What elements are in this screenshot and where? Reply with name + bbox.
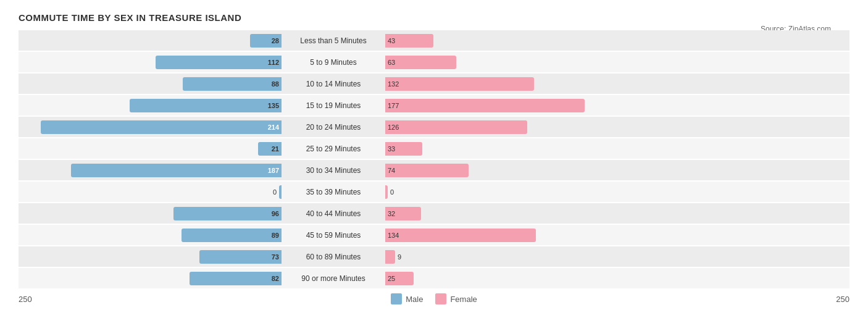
bar-female-label: 132 bbox=[388, 80, 399, 88]
bar-left-container: 73 bbox=[19, 246, 284, 267]
bar-left-container: 135 bbox=[19, 95, 284, 115]
bar-male: 82 bbox=[190, 272, 282, 285]
chart-row: 8810 to 14 Minutes132 bbox=[19, 73, 849, 94]
chart-row: 2125 to 29 Minutes33 bbox=[19, 138, 849, 159]
bar-right-container: 177 bbox=[383, 95, 648, 115]
row-label: 90 or more Minutes bbox=[284, 274, 383, 283]
bar-male-label: 82 bbox=[272, 275, 279, 282]
bar-female-label: 126 bbox=[388, 124, 399, 131]
bar-female: 126 bbox=[385, 120, 527, 134]
bar-right-container: 134 bbox=[383, 225, 648, 245]
bar-male: 187 bbox=[71, 164, 282, 177]
bar-left-container: 187 bbox=[19, 160, 284, 180]
chart-row: 21420 to 24 Minutes126 bbox=[19, 117, 849, 137]
bar-female-label: 43 bbox=[388, 37, 395, 44]
bar-female: 177 bbox=[385, 99, 585, 112]
chart-row: 1125 to 9 Minutes63 bbox=[19, 52, 849, 72]
bar-right-container: 74 bbox=[383, 160, 648, 180]
row-label: 40 to 44 Minutes bbox=[284, 209, 383, 218]
legend-male-box bbox=[391, 293, 402, 304]
footer-right-scale: 250 bbox=[812, 295, 849, 304]
bar-female-label: 74 bbox=[388, 167, 395, 174]
legend-female-label: Female bbox=[450, 295, 477, 304]
bar-female: 25 bbox=[385, 272, 414, 285]
bar-left-container: 82 bbox=[19, 268, 284, 288]
bar-female bbox=[385, 250, 395, 264]
bar-male: 96 bbox=[173, 207, 282, 220]
row-label: 10 to 14 Minutes bbox=[284, 80, 383, 88]
bar-female-label: 32 bbox=[388, 210, 395, 217]
bar-female-label: 177 bbox=[388, 102, 399, 109]
bar-right-container: 9 bbox=[383, 246, 648, 267]
row-label: 45 to 59 Minutes bbox=[284, 231, 383, 240]
chart-row: 28Less than 5 Minutes43 bbox=[19, 30, 849, 51]
bar-right-container: 33 bbox=[383, 138, 648, 159]
bar-male-label: 88 bbox=[272, 80, 279, 88]
row-label: 25 to 29 Minutes bbox=[284, 145, 383, 153]
bar-female: 134 bbox=[385, 229, 536, 242]
bar-right-container: 63 bbox=[383, 52, 648, 72]
footer-left-scale: 250 bbox=[19, 295, 56, 304]
bar-female-label: 25 bbox=[388, 275, 395, 282]
bar-male-label: 112 bbox=[268, 59, 279, 66]
bar-female-label: 0 bbox=[390, 188, 394, 196]
bar-left-container: 112 bbox=[19, 52, 284, 72]
bar-right-container: 0 bbox=[383, 182, 648, 202]
chart-legend: Male Female bbox=[56, 293, 812, 304]
legend-female-box bbox=[435, 293, 446, 304]
chart-footer: 250 Male Female 250 bbox=[19, 293, 849, 304]
bar-male: 214 bbox=[41, 120, 282, 134]
bar-left-container: 89 bbox=[19, 225, 284, 245]
row-label: 30 to 34 Minutes bbox=[284, 166, 383, 175]
bar-female-label: 134 bbox=[388, 232, 399, 239]
bar-right-container: 32 bbox=[383, 203, 648, 224]
chart-row: 8945 to 59 Minutes134 bbox=[19, 225, 849, 245]
bar-left-container: 21 bbox=[19, 138, 284, 159]
bar-male: 89 bbox=[182, 229, 282, 242]
bar-male bbox=[279, 185, 282, 199]
bar-male: 112 bbox=[156, 56, 282, 69]
bar-female: 43 bbox=[385, 34, 433, 48]
row-label: 5 to 9 Minutes bbox=[284, 58, 383, 67]
bar-female-label: 63 bbox=[388, 59, 395, 66]
bar-male: 28 bbox=[250, 34, 282, 48]
bar-female-label: 9 bbox=[398, 253, 401, 261]
bar-left-container: 214 bbox=[19, 117, 284, 137]
legend-male-label: Male bbox=[406, 295, 423, 304]
bar-male-label: 73 bbox=[272, 253, 279, 261]
bar-male: 21 bbox=[258, 142, 282, 156]
chart-row: 7360 to 89 Minutes9 bbox=[19, 246, 849, 267]
bar-right-container: 43 bbox=[383, 30, 648, 51]
bar-female: 63 bbox=[385, 56, 456, 69]
legend-female: Female bbox=[435, 293, 477, 304]
bar-male-label: 214 bbox=[268, 124, 279, 131]
chart-row: 18730 to 34 Minutes74 bbox=[19, 160, 849, 180]
bar-female bbox=[385, 185, 388, 199]
bar-female: 33 bbox=[385, 142, 422, 156]
bar-left-container: 0 bbox=[19, 182, 284, 202]
bar-male-label: 187 bbox=[268, 167, 279, 174]
row-label: 15 to 19 Minutes bbox=[284, 101, 383, 110]
row-label: 60 to 89 Minutes bbox=[284, 253, 383, 261]
bar-male-label: 96 bbox=[272, 210, 279, 217]
bar-female: 132 bbox=[385, 77, 534, 91]
bar-male: 135 bbox=[130, 99, 282, 112]
bar-male: 73 bbox=[199, 250, 282, 264]
chart-row: 9640 to 44 Minutes32 bbox=[19, 203, 849, 224]
bar-male-label: 135 bbox=[268, 102, 279, 109]
chart-title: COMMUTE TIME BY SEX IN TREASURE ISLAND bbox=[19, 12, 849, 23]
bar-right-container: 126 bbox=[383, 117, 648, 137]
bar-left-container: 96 bbox=[19, 203, 284, 224]
bar-male-label: 89 bbox=[272, 232, 279, 239]
row-label: Less than 5 Minutes bbox=[284, 36, 383, 45]
row-label: 35 to 39 Minutes bbox=[284, 188, 383, 196]
chart-row: 035 to 39 Minutes0 bbox=[19, 182, 849, 202]
bar-female: 32 bbox=[385, 207, 421, 220]
bar-male-label: 21 bbox=[272, 145, 279, 153]
legend-male: Male bbox=[391, 293, 423, 304]
chart-row: 8290 or more Minutes25 bbox=[19, 268, 849, 288]
chart-area: 28Less than 5 Minutes431125 to 9 Minutes… bbox=[19, 30, 849, 288]
bar-left-container: 88 bbox=[19, 73, 284, 94]
bar-female: 74 bbox=[385, 164, 469, 177]
bar-male-label: 28 bbox=[272, 37, 279, 44]
